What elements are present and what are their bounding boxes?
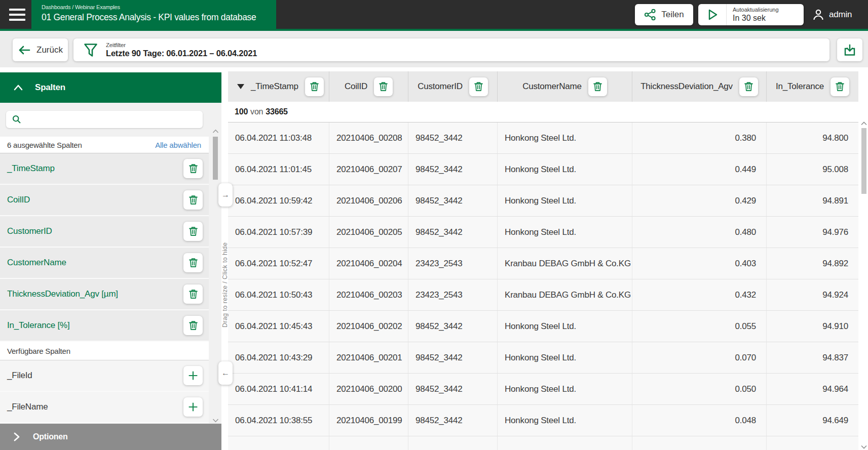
- cell-timestamp: 06.04.2021 11:01:45: [228, 154, 329, 185]
- cell-coilid: 20210406_00199: [329, 405, 408, 436]
- sidebar-item-fileid: _FileId: [0, 360, 209, 392]
- share-icon: [644, 9, 656, 21]
- selected-columns-header: 6 ausgewählte Spalten Alle abwählen: [0, 137, 209, 153]
- cell-customerid: 23423_2543: [408, 248, 497, 279]
- cell-customername: Honkong Steel Ltd.: [497, 185, 632, 216]
- time-filter-label: Zeitfilter: [106, 42, 257, 48]
- chevron-up-icon: [13, 83, 24, 92]
- collapse-panel-button[interactable]: ←: [218, 361, 233, 385]
- cell-thicknessdeviation-agv: 0.403: [632, 248, 766, 279]
- column-header-label: CustomerName: [522, 81, 582, 92]
- trash-icon: [188, 226, 199, 237]
- menu-icon[interactable]: [6, 5, 25, 24]
- sidebar-body: 6 ausgewählte Spalten Alle abwählen _Tim…: [0, 103, 221, 424]
- remove-column-button[interactable]: [374, 77, 393, 96]
- scroll-up-icon[interactable]: [861, 121, 867, 126]
- user-menu[interactable]: admin: [812, 0, 852, 29]
- remove-column-button[interactable]: [183, 159, 203, 178]
- sidebar-header-spalten[interactable]: Spalten: [0, 72, 221, 103]
- selected-count-label: 6 ausgewählte Spalten: [7, 141, 82, 149]
- data-table-panel: _TimeStampCoilIDCustomerIDCustomerNameTh…: [228, 71, 868, 450]
- column-label: CoilID: [7, 195, 30, 205]
- table-row: 06.04.2021 10:50:4320210406_0020323423_2…: [228, 279, 858, 311]
- cell-timestamp: 06.04.2021 11:03:48: [228, 122, 329, 153]
- trash-icon: [473, 81, 484, 92]
- options-bar[interactable]: Optionen: [0, 424, 221, 450]
- cell-thicknessdeviation-agv: 0.050: [632, 374, 766, 404]
- autorefresh-button[interactable]: Autoaktualisierung In 30 sek: [698, 4, 804, 25]
- deselect-all-link[interactable]: Alle abwählen: [155, 141, 201, 149]
- scroll-up-icon[interactable]: [212, 129, 219, 134]
- table-scrollbar[interactable]: [861, 121, 867, 449]
- cell-in-tolerance: 94.800: [766, 122, 858, 153]
- chevron-right-icon: [13, 432, 21, 442]
- sidebar-item-in-tolerance: In_Tolerance [%]: [0, 310, 209, 342]
- available-columns-header: Verfügbare Spalten: [0, 342, 209, 360]
- time-filter-text: Zeitfilter Letzte 90 Tage: 06.01.2021 – …: [106, 42, 257, 58]
- cell-customername: Honkong Steel Ltd.: [497, 374, 632, 404]
- column-header-customername[interactable]: CustomerName: [497, 71, 632, 102]
- expand-panel-button[interactable]: →: [218, 183, 233, 207]
- cell-customername: Honkong Steel Ltd.: [497, 311, 632, 342]
- remove-column-button[interactable]: [469, 77, 488, 96]
- filter-funnel-icon: [84, 43, 98, 58]
- panel-resizer-handle[interactable]: Drag to resize / Click to hide: [221, 237, 229, 333]
- trash-icon: [188, 163, 199, 174]
- table-scrollbar-thumb[interactable]: [861, 128, 866, 194]
- sidebar-scrollbar-thumb[interactable]: [213, 137, 218, 180]
- search-input[interactable]: [6, 111, 203, 128]
- column-label: CustomerName: [7, 258, 66, 268]
- scroll-down-icon[interactable]: [861, 445, 867, 449]
- columns-sidebar: Spalten 6 ausgewählte Spalten Alle abwäh…: [0, 72, 221, 450]
- remove-column-button[interactable]: [588, 77, 607, 96]
- cell-customerid: 23423_2543: [408, 279, 497, 310]
- column-header-customerid[interactable]: CustomerID: [408, 71, 497, 102]
- remove-column-button[interactable]: [183, 253, 203, 272]
- cell-coilid: 20210406_00208: [329, 122, 408, 153]
- remove-column-button[interactable]: [183, 190, 203, 210]
- trash-icon: [188, 289, 199, 300]
- column-label: In_Tolerance [%]: [7, 320, 69, 331]
- share-button[interactable]: Teilen: [635, 4, 693, 25]
- cell-customername: Honkong Steel Ltd.: [497, 405, 632, 436]
- table-row: 06.04.2021 10:41:1420210406_0020098452_3…: [228, 374, 858, 405]
- column-header-label: In_Tolerance: [776, 81, 824, 92]
- column-label: ThicknessDeviation_Agv [µm]: [7, 289, 118, 299]
- column-header-label: CoilID: [345, 81, 367, 92]
- column-header-thicknessdeviation-agv[interactable]: ThicknessDeviation_Agv: [632, 71, 766, 102]
- add-column-button[interactable]: [183, 397, 203, 417]
- time-filter-card[interactable]: Zeitfilter Letzte 90 Tage: 06.01.2021 – …: [73, 38, 829, 61]
- column-header-label: _TimeStamp: [251, 81, 298, 92]
- remove-column-button[interactable]: [831, 77, 849, 96]
- export-download-button[interactable]: [837, 38, 862, 61]
- remove-column-button[interactable]: [183, 316, 203, 335]
- app-window: Dashboards / Webinar Examples 01 General…: [0, 0, 868, 450]
- remove-column-button[interactable]: [183, 222, 203, 241]
- cell-coilid: [329, 436, 408, 450]
- time-filter-value: Letzte 90 Tage: 06.01.2021 – 06.04.2021: [106, 49, 257, 58]
- add-column-button[interactable]: [183, 366, 203, 385]
- cell-thicknessdeviation-agv: 0.380: [632, 122, 766, 153]
- column-header-coilid[interactable]: CoilID: [329, 71, 408, 102]
- cell-in-tolerance: 94.976: [766, 217, 858, 248]
- cell-in-tolerance: 94.649: [766, 405, 858, 436]
- column-header-in-tolerance[interactable]: In_Tolerance: [766, 71, 858, 102]
- cell-coilid: 20210406_00201: [329, 342, 408, 373]
- trash-icon: [188, 320, 199, 331]
- sidebar-scrollbar[interactable]: [212, 129, 219, 424]
- table-row: 06.04.2021 10:45:4320210406_0020298452_3…: [228, 311, 858, 342]
- column-header-timestamp[interactable]: _TimeStamp: [228, 71, 329, 102]
- remove-column-button[interactable]: [739, 77, 758, 96]
- back-button[interactable]: Zurück: [13, 38, 68, 61]
- cell-thicknessdeviation-agv: 0.048: [632, 405, 766, 436]
- table-body: 06.04.2021 11:03:4820210406_0020898452_3…: [228, 122, 868, 450]
- cell-thicknessdeviation-agv: 0.480: [632, 217, 766, 248]
- sort-desc-icon: [237, 84, 244, 89]
- scroll-down-icon[interactable]: [212, 418, 219, 423]
- column-search: [6, 111, 203, 128]
- cell-in-tolerance: 95.008: [766, 154, 858, 185]
- remove-column-button[interactable]: [305, 77, 324, 96]
- cell-coilid: 20210406_00207: [329, 154, 408, 185]
- cell-customername: Honkong Steel Ltd.: [497, 342, 632, 373]
- remove-column-button[interactable]: [183, 284, 203, 304]
